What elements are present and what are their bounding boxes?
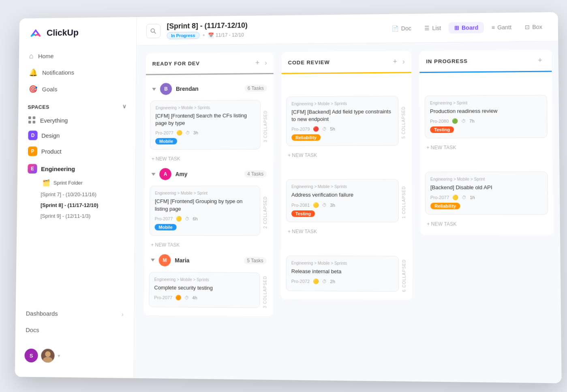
brendan-avatar: B [160,83,172,95]
add-task-review-btn[interactable]: + [390,56,400,66]
expand-review-icon[interactable]: › [402,57,404,66]
task-breadcrumb-8: Engineering > Mobile > Sprint [430,177,542,181]
sidebar-item-label-engineering: Engineering [41,165,75,172]
user-avatar-bar: S ▾ [15,342,133,370]
time-icon-5: ⏱ [184,295,189,300]
task-card-cfm-grouping[interactable]: Engineering > Mobile > Sprint [CFM] [Fro… [149,186,260,236]
main-content: [Sprint 8] - (11/17-12/10) In Progress •… [134,12,561,383]
task-id-1: Pro-2077 [155,131,173,135]
sidebar-item-everything[interactable]: Everything [23,112,131,127]
add-task-progress-btn[interactable]: + [535,55,545,65]
svg-point-2 [151,28,154,32]
sidebar-item-engineering[interactable]: E Engineering [22,161,130,177]
task-time-7: 7h [469,118,474,123]
sprint-folder[interactable]: 🗂️ Sprint Folder [22,176,130,189]
tab-box[interactable]: ⊡ Box [519,21,548,32]
date-range: 📅 11/17 - 12/10 [208,32,244,38]
task-title-5: Complete security testing [154,284,255,292]
user-avatar-profile[interactable] [41,349,55,362]
time-icon-2: ⏱ [322,126,327,131]
sidebar: ClickUp ⌂ Home 🔔 Notifications 🎯 Goals S… [15,17,137,378]
user-dropdown-icon[interactable]: ▾ [58,353,60,358]
new-task-btn-brendan-ip[interactable]: + NEW TASK [425,141,548,154]
sidebar-item-label-everything: Everything [40,117,68,124]
collapsed-indicator-5: 3 COLLAPSED [261,272,268,311]
new-task-btn-brendan-cr[interactable]: + NEW TASK [286,149,407,161]
collapsed-indicator-6: 6 COLLAPSED [400,255,407,295]
task-time-6: 2h [330,278,335,283]
task-meta-5: Pro-2077 🟠 ⏱ 4h [154,294,255,301]
home-icon: ⌂ [29,52,33,60]
collapsed-indicator-1: 3 COLLAPSED [262,100,268,152]
tab-list[interactable]: ☰ List [418,22,447,34]
sidebar-bottom: Dashboards › Docs [15,306,134,340]
maria-task-group: Engineering > Mobile > Sprints Complete … [149,272,268,311]
expand-ready-icon[interactable]: › [264,58,267,67]
column-title-review: CODE REVIEW [288,59,330,65]
spaces-collapse-icon[interactable]: ∨ [122,103,126,109]
flag-icon-2: 🔴 [313,126,319,132]
task-card-security[interactable]: Engineering > Mobile > Sprints Complete … [149,272,260,308]
task-meta-7: Pro-2080 🟢 ⏱ 7h [430,118,542,124]
sidebar-item-docs[interactable]: Docs [20,322,129,338]
time-icon-4: ⏱ [322,202,327,207]
cr-group-spacer-1 [286,78,407,96]
column-title-ready: READY FOR DEV [152,60,199,66]
dashboards-arrow-icon: › [122,311,124,317]
collapse-maria-icon[interactable] [151,259,155,261]
user-avatar-s[interactable]: S [24,348,38,362]
sidebar-item-notifications[interactable]: 🔔 Notifications [23,63,131,81]
task-card-address-verification[interactable]: Engineering > Mobile > Sprints Address v… [286,179,398,222]
task-card-cfm-frontend[interactable]: Engineering > Mobile > Sprints [CFM] [Fr… [150,100,261,150]
search-button[interactable] [146,24,160,38]
product-space-icon: P [28,146,37,156]
sidebar-item-home[interactable]: ⌂ Home [24,47,131,64]
task-breadcrumb-4: Engineering > Mobile > Sprints [291,184,393,189]
sidebar-item-design[interactable]: D Design [22,127,131,143]
sidebar-item-dashboards[interactable]: Dashboards › [20,306,129,321]
sprint-header-info: [Sprint 8] - (11/17-12/10) In Progress •… [167,21,248,39]
task-meta-8: Pro-2077 🟡 ⏱ 1h [430,195,542,200]
task-card-backend-field[interactable]: Engineering > Mobile > Sprints [CFM] [Ba… [286,96,398,146]
sidebar-item-goals[interactable]: 🎯 Goals [23,80,131,97]
task-card-production-readiness[interactable]: Engineering > Sprint Production readines… [424,95,547,138]
new-task-btn-brendan[interactable]: + NEW TASK [150,152,268,165]
sidebar-item-product[interactable]: P Product [22,143,131,159]
task-breadcrumb-6: Engineering > Mobile > Sprints [291,260,393,265]
maria-name: Maria [175,257,189,263]
new-task-btn-amy[interactable]: + NEW TASK [149,238,268,251]
collapse-brendan-icon[interactable] [152,88,156,90]
tab-board[interactable]: ⊞ Board [448,21,484,33]
column-title-progress: IN PROGRESS [426,58,468,64]
tab-gantt[interactable]: ≡ Gantt [486,21,517,33]
sidebar-item-sprint8[interactable]: [Sprint 8] - (11/17-12/10) [21,199,130,210]
sidebar-item-sprint9[interactable]: [Sprint 9] - (12/11-1/3) [21,210,130,221]
sidebar-item-label-product: Product [41,148,61,154]
sidebar-item-sprint7[interactable]: [Sprint 7] - (10/20-11/16) [21,189,130,200]
tab-doc[interactable]: 📄 Doc [386,22,417,34]
collapse-amy-icon[interactable] [151,173,155,176]
column-in-progress: IN PROGRESS + Engineering > Sprint Produ… [419,49,553,236]
svg-line-3 [154,32,156,33]
task-breadcrumb-3: Engineering > Mobile > Sprint [155,191,255,195]
sprint-title: [Sprint 8] - (11/17-12/10) [167,21,247,30]
task-card-release-beta[interactable]: Engineering > Mobile > Sprints Release i… [286,255,399,291]
doc-icon: 📄 [392,25,398,31]
add-task-ready-btn[interactable]: + [252,58,262,67]
epic-tag-4: Testing [291,208,393,216]
task-breadcrumb-7: Engineering > Sprint [430,100,541,105]
nav-section: ⌂ Home 🔔 Notifications 🎯 Goals [18,47,136,97]
task-card-disable-api[interactable]: Engineering > Mobile > Sprint [Backend] … [425,171,548,215]
task-time-3: 6h [193,216,197,221]
maria-task-count: 5 Tasks [244,257,266,264]
task-breadcrumb-2: Engineering > Mobile > Sprints [291,101,393,106]
task-title-7: Production readiness review [430,107,541,115]
task-meta-4: Pro-2081 🟡 ⏱ 3h [291,202,393,208]
new-task-btn-amy-ip[interactable]: + NEW TASK [425,218,548,230]
sidebar-item-label-goals: Goals [42,86,57,92]
brendan-cr-task-group: Engineering > Mobile > Sprints [CFM] [Ba… [286,96,407,149]
board-icon: ⊞ [454,24,459,31]
flag-icon-1: 🟡 [176,130,182,136]
sidebar-item-label-home: Home [38,52,53,59]
new-task-btn-amy-cr[interactable]: + NEW TASK [286,225,407,238]
